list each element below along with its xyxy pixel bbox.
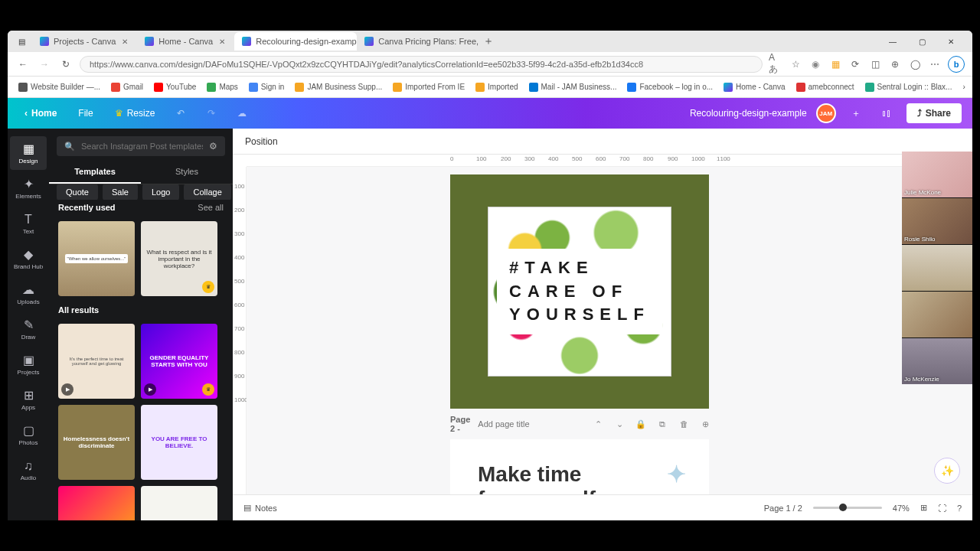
maximize-button[interactable]: ▢	[911, 34, 933, 49]
notes-button[interactable]: ▤Notes	[243, 503, 277, 513]
tab-projects[interactable]: Projects - Canva✕	[32, 32, 137, 51]
canvas-area[interactable]: #TAKE CARE OF YOURSELF Page 2 - ⌃ ⌄ 🔒	[247, 167, 972, 494]
app-menu-icon[interactable]: ▤	[11, 34, 32, 49]
filter-icon[interactable]: ⚙	[209, 141, 217, 152]
page-up-button[interactable]: ⌃	[591, 417, 605, 431]
template-thumb[interactable]: YOU ARE FREE TO BELIEVE.	[141, 405, 217, 480]
see-all-link[interactable]: See all	[198, 203, 224, 212]
participant-video[interactable]: Julie McKone	[902, 152, 972, 197]
position-button[interactable]: Position	[245, 136, 278, 147]
participant-video[interactable]	[902, 292, 972, 337]
bookmark-item[interactable]: Home - Canva	[724, 83, 785, 92]
zoom-slider[interactable]	[813, 507, 882, 509]
redo-button[interactable]: ↷	[201, 103, 222, 124]
sync-icon[interactable]: ⟳	[848, 57, 862, 71]
tab-templates[interactable]: Templates	[49, 161, 141, 184]
pill-logo[interactable]: Logo	[142, 184, 179, 200]
bookmark-item[interactable]: Mail - JAM Business...	[529, 83, 617, 92]
tab-home[interactable]: Home - Canva✕	[137, 32, 234, 51]
collections-icon[interactable]: ⊕	[888, 57, 902, 71]
refresh-button[interactable]: ↻	[58, 57, 74, 72]
file-menu[interactable]: File	[72, 105, 99, 122]
rail-brand[interactable]: ◆Brand Hub	[10, 242, 47, 276]
rail-design[interactable]: ▦Design	[10, 136, 47, 170]
tab-styles[interactable]: Styles	[141, 161, 233, 184]
participant-video[interactable]: Rosie Shilo	[902, 198, 972, 244]
template-thumb[interactable]: GENDER EQUALITY STARTS WITH YOU▶♛	[141, 324, 217, 399]
resize-button[interactable]: ♛Resize	[109, 105, 162, 122]
bookmark-item[interactable]: Sign in	[249, 83, 285, 92]
close-icon[interactable]: ✕	[217, 37, 227, 46]
profile-icon[interactable]: ◯	[908, 57, 922, 71]
add-page-button[interactable]: ⊕	[698, 417, 712, 431]
bookmark-item[interactable]: Maps	[207, 83, 237, 92]
template-thumb[interactable]: There's no	[58, 486, 135, 520]
forward-button[interactable]: →	[37, 57, 52, 72]
rail-apps[interactable]: ⊞Apps	[10, 383, 47, 416]
page-2[interactable]: Make time for yourself ✦	[450, 439, 709, 494]
new-tab-button[interactable]: ＋	[479, 32, 498, 51]
bookmark-item[interactable]: JAM Business Supp...	[295, 83, 382, 92]
pill-collage[interactable]: Collage	[184, 184, 230, 200]
bookmark-item[interactable]: Website Builder —...	[18, 83, 100, 92]
back-button[interactable]: ←	[15, 57, 31, 72]
bing-icon[interactable]: b	[948, 56, 965, 73]
delete-button[interactable]: 🗑	[677, 417, 691, 431]
analytics-button[interactable]: ⫾⫿	[876, 103, 897, 124]
rail-projects[interactable]: ▣Projects	[10, 347, 47, 381]
bookmarks-overflow[interactable]: ›	[962, 83, 965, 91]
help-button[interactable]: ?	[957, 504, 962, 513]
rail-elements[interactable]: ✦Elements	[10, 171, 47, 205]
home-button[interactable]: ‹Home	[18, 105, 63, 122]
reader-icon[interactable]: Aあ	[769, 57, 782, 71]
favorite-icon[interactable]: ☆	[789, 57, 802, 71]
split-icon[interactable]: ◫	[868, 57, 882, 71]
avatar[interactable]: JAM	[816, 103, 836, 123]
rail-text[interactable]: TText	[10, 207, 47, 240]
zoom-value[interactable]: 47%	[893, 504, 910, 513]
tab-pricing[interactable]: Canva Pricing Plans: Free, Pro & ...✕	[357, 32, 479, 51]
magic-button[interactable]: ✨	[934, 458, 960, 484]
page-1[interactable]: #TAKE CARE OF YOURSELF	[450, 174, 709, 409]
cloud-sync-icon[interactable]: ☁	[231, 103, 253, 124]
menu-icon[interactable]: ⋯	[928, 57, 942, 71]
adblock-icon[interactable]: ◉	[808, 57, 822, 71]
template-thumb[interactable]: What is respect and is it important in t…	[141, 221, 217, 296]
rail-photos[interactable]: ▢Photos	[10, 418, 47, 452]
rail-audio[interactable]: ♫Audio	[10, 453, 47, 487]
bookmark-item[interactable]: Imported	[475, 83, 518, 92]
pill-sale[interactable]: Sale	[103, 184, 138, 200]
search-field[interactable]	[81, 142, 203, 151]
bookmark-item[interactable]: YouTube	[154, 83, 196, 92]
tab-recolouring[interactable]: Recolouring-design-example - I...✕	[234, 32, 357, 51]
page-indicator[interactable]: Page 1 / 2	[764, 504, 802, 513]
bookmark-item[interactable]: amebconnect	[796, 83, 854, 92]
share-button[interactable]: ⤴Share	[906, 103, 962, 123]
minimize-button[interactable]: —	[882, 34, 903, 49]
document-title[interactable]: Recolouring-design-example	[690, 108, 807, 119]
bookmark-item[interactable]: Imported From IE	[393, 83, 465, 92]
close-icon[interactable]: ✕	[120, 37, 129, 46]
undo-button[interactable]: ↶	[170, 103, 191, 124]
fullscreen-button[interactable]: ⛶	[938, 504, 946, 513]
extension-icon[interactable]: ▦	[828, 57, 842, 71]
bookmark-item[interactable]: Facebook – log in o...	[627, 83, 713, 92]
page1-text[interactable]: #TAKE CARE OF YOURSELF	[497, 249, 662, 334]
rail-uploads[interactable]: ☁Uploads	[10, 277, 47, 311]
lock-button[interactable]: 🔒	[634, 417, 648, 431]
duplicate-button[interactable]: ⧉	[655, 417, 669, 431]
bookmark-item[interactable]: Sentral Login :: Blax...	[865, 83, 952, 92]
page-title-input[interactable]	[478, 419, 583, 429]
participant-video[interactable]	[902, 245, 972, 291]
pill-quote[interactable]: Quote	[57, 184, 98, 200]
grid-view-button[interactable]: ⊞	[920, 503, 927, 513]
template-thumb[interactable]: EMBRACE	[141, 486, 217, 520]
template-thumb[interactable]: It's the perfect time to treat yourself …	[58, 324, 135, 399]
close-window-button[interactable]: ✕	[940, 34, 962, 49]
add-member-button[interactable]: ＋	[845, 103, 867, 124]
template-thumb[interactable]: Homelessness doesn't discriminate	[58, 405, 135, 480]
search-input[interactable]: 🔍 ⚙	[57, 136, 225, 156]
url-input[interactable]: https://www.canva.com/design/DAFoMu1SQHE…	[80, 56, 763, 73]
participant-video[interactable]: Jo McKenzie	[902, 338, 972, 384]
rail-draw[interactable]: ✎Draw	[10, 312, 47, 346]
